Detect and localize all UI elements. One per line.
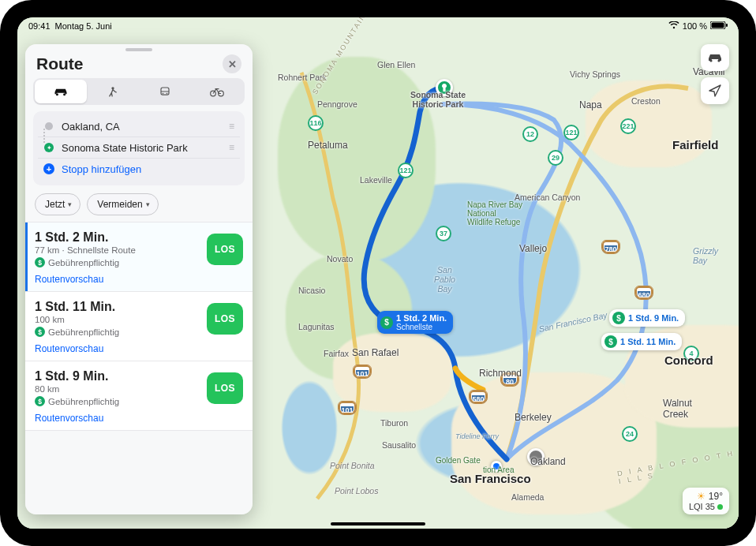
city-oakland: Oakland — [530, 456, 566, 467]
city-lagunitas: Lagunitas — [298, 322, 335, 331]
shield-ca12: 12 — [522, 126, 538, 142]
toll-label: Gebührenpflichtig — [48, 397, 119, 406]
weather-widget[interactable]: ☀︎19° LQI 35 — [683, 488, 729, 514]
status-bar: 09:41 Montag 5. Juni 100 % — [17, 17, 739, 33]
status-time: 09:41 — [28, 21, 51, 31]
svg-point-3 — [709, 59, 712, 62]
route-badge-alt2[interactable]: $ 1 Std. 11 Min. — [601, 333, 682, 350]
route-time: 1 Std. 11 Min. — [35, 300, 119, 314]
go-button[interactable]: LOS — [207, 234, 243, 265]
svg-point-5 — [56, 93, 58, 95]
go-button[interactable]: LOS — [207, 303, 243, 335]
route-option[interactable]: 1 Std. 9 Min. 80 km $Gebührenpflichtig L… — [25, 361, 253, 431]
city-sausalito: Sausalito — [382, 440, 416, 450]
waypoint-destination[interactable]: ✦ Sonoma State Historic Park ≡ — [38, 137, 240, 159]
mode-drive[interactable] — [35, 80, 87, 103]
plus-icon: + — [43, 163, 54, 174]
origin-dot-icon — [45, 122, 53, 130]
route-preview-link[interactable]: Routenvorschau — [35, 274, 243, 285]
city-tiburon: Tiburon — [380, 418, 408, 428]
route-dist: 100 km — [35, 315, 119, 324]
route-preview-link[interactable]: Routenvorschau — [35, 413, 243, 424]
battery-pct: 100 % — [683, 21, 707, 31]
close-icon: ✕ — [228, 58, 237, 70]
toll-label: Gebührenpflichtig — [48, 258, 119, 267]
route-option[interactable]: 1 Std. 11 Min. 100 km $Gebührenpflichtig… — [25, 292, 253, 361]
city-amcanyon: American Canyon — [515, 193, 580, 202]
city-concord: Concord — [664, 353, 713, 367]
avoid-options-chip[interactable]: Vermeiden ▾ — [87, 193, 158, 215]
city-vallejo: Vallejo — [519, 243, 547, 254]
label-ferry: Tideline Ferry — [455, 432, 499, 440]
toll-icon: $ — [380, 316, 393, 329]
route-time: 1 Std. 9 Min. — [35, 369, 119, 383]
shield-us101: 101 — [353, 365, 372, 379]
panel-grabber[interactable] — [125, 48, 152, 51]
mode-walk[interactable] — [87, 80, 139, 103]
destination-text: Sonoma State Historic Park — [62, 142, 223, 154]
mode-bike[interactable] — [191, 80, 243, 103]
city-ptbonita: Point Bonita — [330, 461, 375, 470]
close-button[interactable]: ✕ — [223, 54, 241, 73]
shield-ca37: 37 — [436, 226, 451, 241]
city-walnut: Walnut Creek — [663, 398, 692, 420]
city-napa: Napa — [579, 99, 602, 110]
svg-point-4 — [717, 59, 720, 62]
reorder-handle-icon[interactable]: ≡ — [229, 142, 235, 153]
label-sanpablobay: San Pablo Bay — [434, 265, 455, 294]
shield-ca29: 29 — [548, 150, 563, 166]
route-badge-alt1[interactable]: $ 1 Std. 9 Min. — [609, 309, 685, 327]
svg-rect-1 — [712, 23, 724, 28]
svg-point-10 — [163, 93, 164, 95]
city-sanrafael: San Rafael — [352, 347, 399, 358]
lqi-dot-icon — [717, 504, 723, 510]
reorder-handle-icon[interactable]: ≡ — [229, 121, 235, 132]
toll-label: Gebührenpflichtig — [48, 327, 119, 337]
city-lakeville: Lakeville — [360, 175, 392, 185]
shield-us101b: 101 — [338, 401, 357, 415]
map-mode-button[interactable] — [701, 44, 729, 71]
toll-icon: $ — [35, 327, 45, 337]
add-stop-label: Stopp hinzufügen — [62, 163, 235, 175]
panel-title: Route — [36, 54, 84, 73]
home-indicator[interactable] — [331, 522, 425, 525]
label-goldengate: Golden Gate — [436, 456, 481, 465]
status-date: Montag 5. Juni — [55, 21, 112, 31]
origin-text: Oakland, CA — [62, 121, 223, 133]
directions-panel: Route ✕ — [25, 44, 253, 514]
chevron-down-icon: ▾ — [68, 200, 72, 208]
locate-me-button[interactable] — [701, 77, 729, 104]
city-richmond: Richmond — [479, 368, 522, 379]
depart-time-chip[interactable]: Jetzt ▾ — [35, 193, 80, 215]
route-option[interactable]: 1 Std. 2 Min. 77 km · Schnellste Route $… — [25, 222, 253, 292]
svg-point-11 — [167, 93, 168, 95]
city-berkeley: Berkeley — [515, 412, 552, 423]
go-button[interactable]: LOS — [207, 372, 243, 404]
shield-ca24: 24 — [622, 426, 638, 442]
toll-icon: $ — [35, 396, 45, 406]
route-list: 1 Std. 2 Min. 77 km · Schnellste Route $… — [25, 222, 253, 514]
add-stop-button[interactable]: + Stopp hinzufügen — [38, 159, 240, 179]
destination-dot-icon: ✦ — [44, 143, 54, 152]
mode-transit[interactable] — [139, 80, 191, 103]
label-grizzlybay: Grizzly Bay — [693, 246, 718, 265]
shield-ca116: 116 — [308, 115, 324, 131]
route-preview-link[interactable]: Routenvorschau — [35, 343, 243, 354]
svg-rect-2 — [726, 24, 728, 27]
city-glenellen: Glen Ellen — [377, 60, 415, 69]
avoid-label: Vermeiden — [97, 199, 142, 210]
toll-icon: $ — [35, 257, 45, 267]
route-badge-sub: Schnellste — [396, 323, 447, 331]
toll-icon: $ — [604, 335, 617, 348]
battery-icon — [710, 21, 728, 31]
chevron-down-icon: ▾ — [146, 200, 150, 208]
waypoint-origin[interactable]: Oakland, CA ≡ — [38, 116, 240, 137]
route-badge-primary[interactable]: $ 1 Std. 2 Min. Schnellste — [377, 311, 453, 334]
svg-point-6 — [63, 93, 65, 95]
weather-lqi: LQI 35 — [689, 502, 715, 511]
city-ptlobos: Point Lobos — [335, 486, 378, 496]
city-nicasio: Nicasio — [298, 286, 325, 295]
label-recarea: tion Area — [483, 466, 514, 474]
city-fairfax: Fairfax — [324, 349, 349, 358]
route-time: 1 Std. 2 Min. — [35, 230, 136, 245]
